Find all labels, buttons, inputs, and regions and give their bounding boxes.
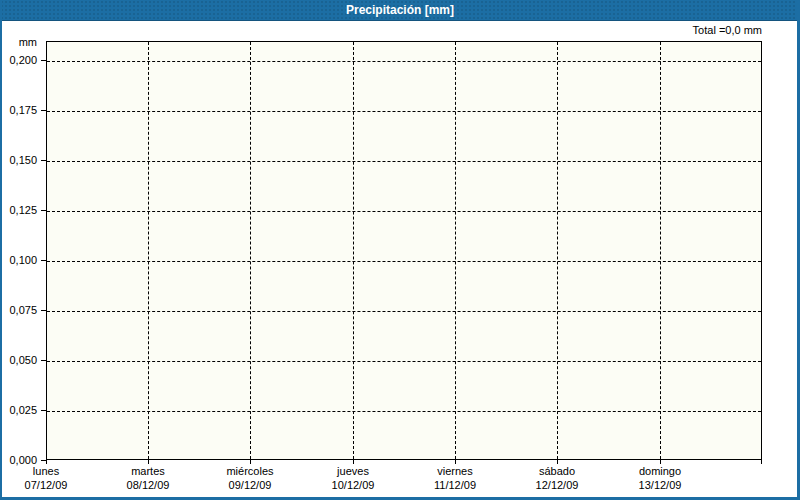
v-gridline [455, 42, 456, 459]
y-tick-label: 0,125 [0, 203, 37, 217]
x-label-group: jueves 10/12/09 [332, 464, 375, 492]
v-gridline [353, 42, 354, 459]
x-label-group: sábado 12/12/09 [536, 464, 579, 492]
x-day-label: jueves [332, 464, 375, 478]
v-gridline [660, 42, 661, 459]
x-date-label: 07/12/09 [25, 478, 68, 492]
h-gridline [47, 361, 761, 362]
x-axis-tick [761, 460, 762, 464]
x-date-label: 11/12/09 [434, 478, 476, 492]
x-label-group: lunes 07/12/09 [25, 464, 68, 492]
y-tick-label: 0,150 [0, 153, 37, 167]
x-day-label: domingo [639, 464, 682, 478]
total-label: Total =0,0 mm [693, 24, 762, 36]
h-gridline [47, 111, 761, 112]
h-gridline [47, 61, 761, 62]
x-day-label: viernes [434, 464, 476, 478]
x-label-group: martes 08/12/09 [127, 464, 170, 492]
x-day-label: sábado [536, 464, 579, 478]
y-tick-label: 0,075 [0, 303, 37, 317]
x-date-label: 10/12/09 [332, 478, 375, 492]
h-gridline [47, 411, 761, 412]
chart-title: Precipitación [mm] [346, 3, 454, 17]
h-gridline [47, 311, 761, 312]
x-date-label: 08/12/09 [127, 478, 170, 492]
v-gridline [250, 42, 251, 459]
y-tick-label: 0,200 [0, 53, 37, 67]
x-date-label: 13/12/09 [639, 478, 682, 492]
y-tick-label: 0,175 [0, 103, 37, 117]
x-day-label: martes [127, 464, 170, 478]
v-gridline [148, 42, 149, 459]
x-day-label: lunes [25, 464, 68, 478]
y-tick-label: 0,025 [0, 403, 37, 417]
x-label-group: miércoles 09/12/09 [226, 464, 273, 492]
x-day-label: miércoles [226, 464, 273, 478]
h-gridline [47, 211, 761, 212]
x-date-label: 09/12/09 [226, 478, 273, 492]
chart-title-bar: Precipitación [mm] [0, 0, 800, 21]
x-label-group: domingo 13/12/09 [639, 464, 682, 492]
y-tick-label: 0,050 [0, 353, 37, 367]
window-border-left [0, 0, 2, 500]
y-axis-unit-label: mm [0, 36, 37, 48]
h-gridline [47, 161, 761, 162]
plot-area [46, 41, 762, 460]
v-gridline [557, 42, 558, 459]
x-date-label: 12/12/09 [536, 478, 579, 492]
h-gridline [47, 261, 761, 262]
y-tick-label: 0,100 [0, 253, 37, 267]
chart-window: Precipitación [mm] Total =0,0 mm mm 0,20… [0, 0, 800, 500]
x-label-group: viernes 11/12/09 [434, 464, 476, 492]
